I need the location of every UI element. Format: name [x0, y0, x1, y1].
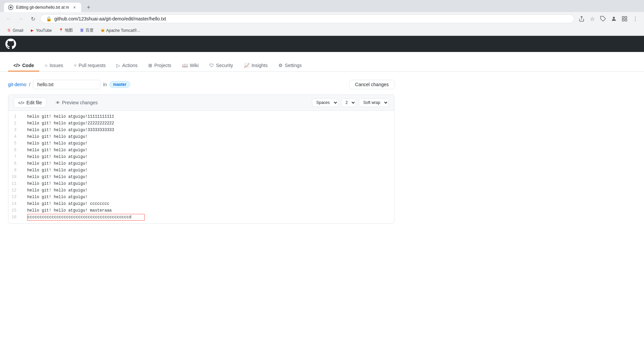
- share-icon[interactable]: [577, 14, 586, 23]
- editor-options: Spaces Tabs 2 4 8 Soft wrap No wrap: [312, 98, 389, 107]
- branch-badge: master: [109, 81, 130, 88]
- filename-input[interactable]: [33, 80, 100, 89]
- editor-container: </> Edit file 👁 Preview changes Spaces T…: [8, 95, 394, 224]
- edit-file-tab[interactable]: </> Edit file: [14, 98, 46, 108]
- repo-header: </> Code ○ Issues ⑂ Pull requests ▷ Acti…: [0, 52, 644, 72]
- code-line: hello git! hello atguigu!33333333333: [22, 127, 394, 133]
- line-number: 4: [11, 133, 19, 140]
- github-page: </> Code ○ Issues ⑂ Pull requests ▷ Acti…: [0, 36, 644, 344]
- browser-toolbar-icons: ☆ ⋮: [577, 14, 640, 23]
- code-line: hello git! hello atguigu!: [22, 187, 394, 194]
- menu-icon[interactable]: ⋮: [631, 14, 640, 23]
- tab-favicon: [8, 5, 13, 10]
- profile-icon[interactable]: [609, 14, 619, 23]
- line-number: 8: [11, 160, 19, 167]
- line-number: 1: [11, 113, 19, 120]
- path-separator: /: [29, 82, 30, 87]
- bookmarks-bar: G Gmail ▶ YouTube 📍 地图 百 百度 🐱 Apache Tom…: [0, 25, 644, 36]
- nav-item-code[interactable]: </> Code: [8, 60, 39, 71]
- line-number: 2: [11, 120, 19, 127]
- line-number: 14: [11, 200, 19, 207]
- active-tab[interactable]: Editing git-demo/hello.txt at m ×: [4, 3, 81, 12]
- wiki-icon: 📖: [182, 63, 188, 68]
- active-code-line[interactable]: [22, 214, 394, 221]
- repo-link[interactable]: git-demo: [8, 82, 26, 87]
- nav-item-actions[interactable]: ▷ Actions: [111, 60, 143, 71]
- preview-changes-tab[interactable]: 👁 Preview changes: [52, 98, 102, 107]
- file-path-bar: git-demo / in master Cancel changes: [8, 80, 394, 89]
- code-line: hello git! hello atguigu!: [22, 147, 394, 154]
- code-line: hello git! hello atguigu!: [22, 160, 394, 167]
- line-number: 3: [11, 127, 19, 133]
- repo-nav: </> Code ○ Issues ⑂ Pull requests ▷ Acti…: [8, 60, 636, 71]
- baidu-favicon: 百: [79, 28, 84, 33]
- bookmark-star-icon[interactable]: ☆: [588, 14, 597, 23]
- line-number: 5: [11, 140, 19, 147]
- line-number: 6: [11, 147, 19, 154]
- code-line: hello git! hello atguigu!: [22, 133, 394, 140]
- line-number: 16: [11, 214, 19, 221]
- line-number: 11: [11, 180, 19, 187]
- settings-icon: ⚙: [278, 63, 283, 68]
- new-tab-button[interactable]: +: [84, 3, 93, 12]
- line-number: 7: [11, 154, 19, 160]
- code-line: hello git! hello atguigu!: [22, 140, 394, 147]
- line-number: 15: [11, 207, 19, 214]
- svg-point-3: [613, 17, 615, 19]
- actions-icon: ▷: [116, 63, 120, 68]
- tab-close-button[interactable]: ×: [72, 5, 77, 10]
- cancel-changes-button[interactable]: Cancel changes: [350, 80, 394, 89]
- code-line: hello git! hello atguigu!11111111111: [22, 113, 394, 120]
- browser-chrome: Editing git-demo/hello.txt at m × + ← → …: [0, 0, 644, 36]
- code-icon: </>: [13, 63, 20, 68]
- line-number: 13: [11, 194, 19, 200]
- svg-rect-4: [622, 16, 624, 18]
- nav-item-pullrequests[interactable]: ⑂ Pull requests: [68, 60, 111, 71]
- indent-size-select[interactable]: 2 4 8: [341, 98, 356, 107]
- code-editor: 12345678910111213141516 hello git! hello…: [8, 111, 394, 223]
- youtube-favicon: ▶: [30, 28, 35, 33]
- bookmark-youtube[interactable]: ▶ YouTube: [27, 27, 54, 34]
- line-number: 9: [11, 167, 19, 174]
- code-line: hello git! hello atguigu! cccccccc: [22, 200, 394, 207]
- pr-icon: ⑂: [74, 63, 76, 68]
- nav-item-settings[interactable]: ⚙ Settings: [273, 60, 307, 71]
- refresh-button[interactable]: ↻: [28, 14, 38, 23]
- active-line-input[interactable]: [27, 214, 145, 221]
- line-number: 12: [11, 187, 19, 194]
- bookmark-gmail[interactable]: G Gmail: [4, 27, 26, 34]
- bookmark-tomcat[interactable]: 🐱 Apache Tomcat®...: [98, 27, 143, 34]
- back-button[interactable]: ←: [4, 14, 13, 23]
- indent-type-select[interactable]: Spaces Tabs: [312, 98, 338, 107]
- nav-item-issues[interactable]: ○ Issues: [39, 60, 68, 71]
- code-line: hello git! hello atguigu!: [22, 167, 394, 174]
- soft-wrap-select[interactable]: Soft wrap No wrap: [359, 98, 389, 107]
- edit-tab-icon: </>: [18, 100, 24, 105]
- nav-item-insights[interactable]: 📈 Insights: [238, 60, 273, 71]
- code-line: hello git! hello atguigu!: [22, 154, 394, 160]
- address-bar[interactable]: 🔒 github.com/123shuai-aa/git-demo/edit/m…: [40, 14, 574, 23]
- line-numbers: 12345678910111213141516: [8, 111, 22, 223]
- code-line: hello git! hello atguigu!: [22, 194, 394, 200]
- bookmark-baidu[interactable]: 百 百度: [77, 27, 96, 34]
- code-line: hello git! hello atguigu!22222222222: [22, 120, 394, 127]
- lock-icon: 🔒: [46, 16, 52, 21]
- svg-rect-6: [622, 19, 624, 21]
- maps-favicon: 📍: [59, 28, 63, 33]
- github-nav: [0, 36, 644, 52]
- in-label: in: [103, 82, 107, 87]
- nav-item-wiki[interactable]: 📖 Wiki: [177, 60, 204, 71]
- layout-icon[interactable]: [620, 14, 629, 23]
- code-content[interactable]: hello git! hello atguigu!11111111111hell…: [22, 111, 394, 223]
- nav-item-security[interactable]: 🛡 Security: [204, 60, 238, 71]
- address-text: github.com/123shuai-aa/git-demo/edit/mas…: [54, 16, 569, 21]
- nav-item-projects[interactable]: ⊞ Projects: [143, 60, 177, 71]
- extensions-icon[interactable]: [598, 14, 608, 23]
- preview-tab-icon: 👁: [56, 100, 60, 105]
- gmail-favicon: G: [7, 28, 11, 33]
- svg-rect-5: [625, 16, 627, 18]
- bookmark-maps[interactable]: 📍 地图: [56, 27, 75, 34]
- forward-button[interactable]: →: [16, 14, 25, 23]
- browser-toolbar: ← → ↻ 🔒 github.com/123shuai-aa/git-demo/…: [0, 12, 644, 25]
- tab-title: Editing git-demo/hello.txt at m: [16, 5, 69, 10]
